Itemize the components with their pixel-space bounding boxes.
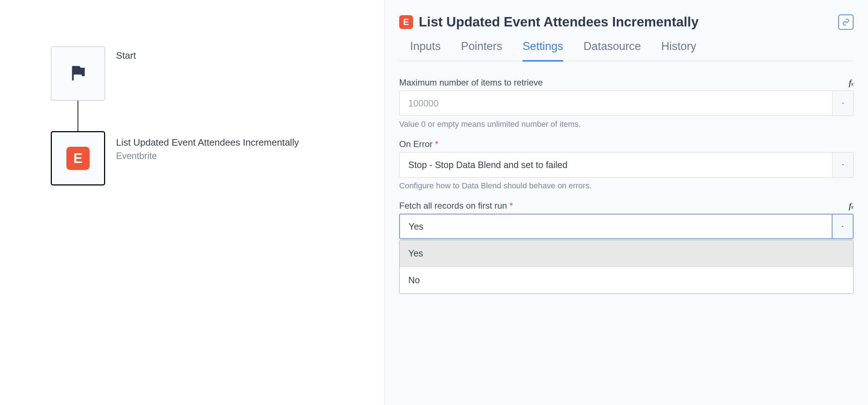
field-max-items: Maximum number of items to retrieve fx V… bbox=[399, 78, 853, 129]
max-items-input[interactable] bbox=[399, 91, 832, 116]
eventbrite-icon: E bbox=[66, 147, 90, 170]
workflow-canvas[interactable]: Start E List Updated Event Attendees Inc… bbox=[0, 0, 384, 405]
max-items-label: Maximum number of items to retrieve bbox=[399, 78, 543, 88]
block-node-provider: Eventbrite bbox=[116, 151, 157, 161]
eventbrite-icon: E bbox=[399, 15, 413, 29]
fetch-all-select[interactable]: Yes bbox=[399, 214, 832, 239]
fetch-all-option-no[interactable]: No bbox=[400, 267, 853, 293]
max-items-help: Value 0 or empty means unlimited number … bbox=[399, 120, 853, 129]
fetch-all-dropdown: Yes No bbox=[399, 240, 853, 294]
flag-icon bbox=[68, 63, 88, 84]
field-on-error: On Error * Stop - Stop Data Blend and se… bbox=[399, 139, 853, 191]
on-error-caret[interactable] bbox=[832, 152, 853, 178]
start-node[interactable] bbox=[51, 46, 105, 101]
fetch-all-label: Fetch all records on first run * bbox=[399, 201, 513, 211]
panel-title: List Updated Event Attendees Incremental… bbox=[419, 14, 699, 30]
on-error-label: On Error * bbox=[399, 139, 438, 149]
tab-pointers[interactable]: Pointers bbox=[461, 40, 502, 60]
fetch-all-caret[interactable] bbox=[832, 214, 853, 239]
on-error-select[interactable]: Stop - Stop Data Blend and set to failed bbox=[399, 152, 832, 178]
tab-settings[interactable]: Settings bbox=[522, 40, 563, 62]
tab-history[interactable]: History bbox=[661, 40, 696, 60]
block-node-title: List Updated Event Attendees Incremental… bbox=[116, 137, 299, 148]
link-button[interactable] bbox=[838, 14, 853, 30]
tab-inputs[interactable]: Inputs bbox=[410, 40, 441, 60]
config-panel: E List Updated Event Attendees Increment… bbox=[384, 0, 868, 405]
max-items-caret[interactable] bbox=[832, 91, 853, 116]
on-error-help: Configure how to Data Blend should behav… bbox=[399, 181, 853, 191]
fx-icon[interactable]: fx bbox=[849, 201, 853, 211]
tab-datasource[interactable]: Datasource bbox=[583, 40, 641, 60]
tab-bar: Inputs Pointers Settings Datasource Hist… bbox=[399, 40, 853, 62]
node-connector bbox=[78, 101, 78, 132]
eventbrite-block-node[interactable]: E bbox=[51, 131, 105, 185]
fx-icon[interactable]: fx bbox=[849, 78, 853, 88]
fetch-all-option-yes[interactable]: Yes bbox=[400, 240, 853, 267]
start-node-label: Start bbox=[116, 50, 136, 61]
field-fetch-all: Fetch all records on first run * fx Yes … bbox=[399, 201, 853, 294]
